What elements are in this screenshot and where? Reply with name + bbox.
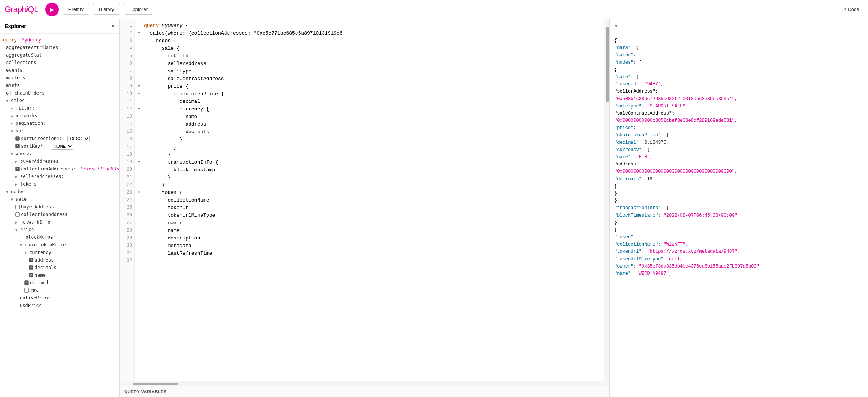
- sidebar-item[interactable]: ▶filter:: [0, 104, 119, 112]
- result-line: "token": {: [614, 234, 863, 241]
- sort-select[interactable]: DESC: [67, 135, 90, 142]
- line-number: 8: [120, 75, 134, 83]
- field-name: networkInfo: [20, 219, 50, 225]
- explorer-button[interactable]: Explorer: [124, 4, 153, 15]
- sidebar-item[interactable]: buyerAddress: [0, 203, 119, 211]
- result-line: "decimal": 0.134375,: [614, 139, 863, 147]
- sidebar-item[interactable]: ▼chainTokenPrice: [0, 241, 119, 249]
- code-editor[interactable]: query MyQuery {▼ sales(where: {collectio…: [135, 19, 604, 381]
- line-number: 2: [120, 30, 134, 37]
- fold-arrow[interactable]: ▼: [138, 190, 144, 196]
- sidebar-item[interactable]: usdPrice: [0, 302, 119, 309]
- code-line: ▼ chainTokenPrice {: [138, 90, 601, 98]
- sort-select[interactable]: NONE: [51, 143, 73, 150]
- line-number: 22: [120, 181, 134, 189]
- checkbox-icon: ✓: [15, 167, 20, 171]
- field-name: aggregateStat: [6, 52, 42, 58]
- sidebar-item[interactable]: collections: [0, 59, 119, 66]
- sidebar-item[interactable]: mints: [0, 82, 119, 89]
- field-name: currency: [29, 249, 51, 256]
- vertical-scrollbar[interactable]: [604, 19, 609, 381]
- line-number: 3: [120, 37, 134, 45]
- result-line: "tokenId": "9487",: [614, 81, 863, 88]
- result-line: "data": {: [614, 44, 863, 52]
- sidebar-item[interactable]: ▼where:: [0, 150, 119, 158]
- sidebar-item[interactable]: ▼currency: [0, 249, 119, 256]
- horizontal-scrollbar[interactable]: [120, 381, 609, 386]
- line-number: 9: [120, 83, 134, 90]
- play-button[interactable]: ▶: [45, 3, 59, 16]
- fold-arrow[interactable]: ▼: [138, 30, 144, 36]
- sidebar-item[interactable]: ▼sort:: [0, 127, 119, 135]
- top-bar: GraphiQL ▶ Prettify History Explorer < D…: [0, 0, 868, 19]
- code-content: token {: [144, 189, 182, 197]
- line-number: 18: [120, 151, 134, 159]
- result-line: }: [614, 190, 863, 197]
- code-line: tokenUrl: [138, 204, 601, 212]
- main-content: Explorer × query MyQuery aggregateAttrib…: [0, 19, 868, 397]
- line-number: 1: [120, 22, 134, 30]
- sidebar-item[interactable]: ▶sellerAddresses:: [0, 173, 119, 180]
- sidebar-item[interactable]: aggregateAttributes: [0, 44, 119, 51]
- sidebar-item[interactable]: ▼nodes: [0, 188, 119, 195]
- result-line: "collectionName": "WizNFT",: [614, 241, 863, 248]
- sidebar-item[interactable]: ▼price: [0, 226, 119, 233]
- sidebar-item[interactable]: ▶networks:: [0, 112, 119, 120]
- fold-arrow[interactable]: ▼: [138, 106, 144, 112]
- sidebar-item[interactable]: ▼sale: [0, 195, 119, 203]
- horiz-scroll-thumb[interactable]: [133, 383, 178, 385]
- checkbox-icon: [15, 205, 20, 209]
- line-number: 12: [120, 106, 134, 113]
- sidebar-item[interactable]: ▶pagination:: [0, 120, 119, 127]
- field-name: sale: [16, 196, 27, 203]
- line-number: 32: [120, 257, 134, 265]
- code-content: chainTokenPrice {: [144, 90, 224, 98]
- sidebar-item[interactable]: blockNumber: [0, 233, 119, 241]
- code-line: }: [138, 181, 601, 189]
- docs-button[interactable]: < Docs: [839, 4, 863, 14]
- query-variables-bar[interactable]: QUERY VARIABLES: [120, 386, 609, 397]
- sidebar-close-button[interactable]: ×: [111, 23, 115, 30]
- sidebar-item[interactable]: ▶networkInfo: [0, 218, 119, 226]
- result-line: "0x0000000000000000000000000000000000000…: [614, 168, 863, 175]
- fold-arrow[interactable]: ▼: [138, 91, 144, 97]
- checkbox-icon: ✓: [15, 136, 20, 141]
- arrow-icon: ▼: [11, 197, 14, 202]
- line-number: 27: [120, 219, 134, 227]
- checkbox-icon: ✓: [15, 144, 20, 148]
- sidebar-item[interactable]: ▼sales: [0, 97, 119, 104]
- sidebar-item[interactable]: ✓name: [0, 271, 119, 279]
- field-name: where:: [16, 150, 32, 157]
- history-button[interactable]: History: [93, 4, 120, 15]
- code-content: name: [144, 227, 180, 235]
- code-content: sale {: [144, 45, 180, 53]
- result-line: },: [614, 227, 863, 234]
- code-line: query MyQuery {: [138, 22, 601, 30]
- sidebar-item[interactable]: ✓sortDirection*: DESC: [0, 135, 119, 142]
- sidebar-item[interactable]: nativePrice: [0, 294, 119, 302]
- sidebar-item[interactable]: events: [0, 66, 119, 74]
- result-line: {: [614, 66, 863, 74]
- sidebar-item[interactable]: ▶tokens:: [0, 180, 119, 188]
- sidebar-item[interactable]: markets: [0, 74, 119, 82]
- line-number: 19: [120, 159, 134, 166]
- sidebar-item[interactable]: ✓sortKey*: NONE: [0, 142, 119, 150]
- sidebar-item[interactable]: ✓collectionAddresses: "0xe5e771bc685": [0, 165, 119, 173]
- fold-arrow[interactable]: ▼: [138, 159, 144, 165]
- code-line: owner: [138, 219, 601, 227]
- scroll-thumb[interactable]: [606, 27, 609, 102]
- line-numbers: 1234567891011121314151617181920212223242…: [120, 19, 135, 381]
- fold-arrow[interactable]: ▼: [138, 83, 144, 90]
- line-number: 29: [120, 235, 134, 242]
- sidebar-item[interactable]: ▶buyerAddresses:: [0, 158, 119, 165]
- sidebar-item[interactable]: ✓decimal: [0, 279, 119, 287]
- sidebar-item[interactable]: ✓address: [0, 256, 119, 264]
- sidebar-item[interactable]: collectionAddress: [0, 211, 119, 218]
- sidebar-item[interactable]: aggregateStat: [0, 51, 119, 59]
- code-line: ▼ token {: [138, 189, 601, 197]
- prettify-button[interactable]: Prettify: [63, 4, 89, 15]
- field-name: decimal: [30, 279, 49, 286]
- sidebar-item[interactable]: raw: [0, 287, 119, 294]
- sidebar-item[interactable]: ✓decimals: [0, 264, 119, 271]
- sidebar-item[interactable]: offchainOrders: [0, 89, 119, 97]
